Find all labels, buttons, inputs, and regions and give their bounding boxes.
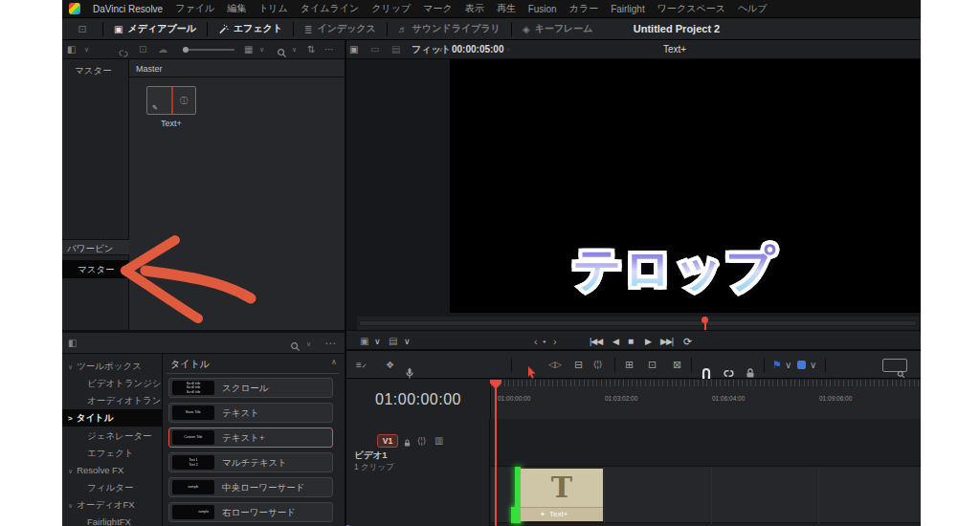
tree-filters[interactable]: フィルター <box>62 479 163 496</box>
position-lock-icon[interactable] <box>745 359 756 372</box>
sound-notes-icon: ♬ <box>398 24 408 34</box>
tree-titles-selected[interactable]: >タイトル <box>62 409 163 427</box>
tab-index[interactable]: ≣ インデックス <box>294 18 387 39</box>
timeline-viewer-icon[interactable]: ▤ <box>391 40 400 59</box>
track-v1-badge[interactable]: V1 <box>377 434 398 448</box>
link-clips-icon[interactable] <box>723 359 735 372</box>
ruler-label: 01:00:00:00 <box>498 395 530 402</box>
grid-view-chevron-icon[interactable]: ∨ <box>259 41 264 58</box>
insert-clip-icon[interactable]: ⊞ <box>625 351 634 379</box>
power-bin-master-item[interactable]: マスター <box>62 260 129 278</box>
menu-file[interactable]: ファイル <box>175 2 214 15</box>
info-icon[interactable]: ⓘ <box>180 96 188 106</box>
thumbnail-size-slider-handle[interactable] <box>183 47 189 53</box>
search-chevron-icon[interactable]: ∨ <box>292 41 297 58</box>
zoom-fit-dropdown[interactable]: フィット <box>412 40 451 59</box>
overwrite-clip-icon[interactable]: ⊡ <box>648 351 657 379</box>
viewer-timecode[interactable]: 00:00:05:00 <box>452 40 503 59</box>
tree-generators[interactable]: ジェネレーター <box>62 427 163 445</box>
title-item-right-lower-third[interactable]: sample 右ローワーサード <box>168 502 333 522</box>
title-item-text[interactable]: Basic Title テキスト <box>168 403 333 423</box>
collapse-icon[interactable]: ∧ <box>331 358 337 366</box>
tab-sound-library[interactable]: ♬ サウンドライブラリ <box>388 18 511 39</box>
marker-chevron-icon[interactable]: ∨ <box>810 351 816 379</box>
tree-effects[interactable]: エフェクト <box>62 445 163 462</box>
timeline-clip-text-plus[interactable]: T ✦ Text+ <box>515 469 603 521</box>
offline-viewer-icon[interactable]: ▭ <box>370 40 379 59</box>
power-bins-header[interactable]: パワービン <box>62 239 129 255</box>
tree-video-transitions[interactable]: ビデオトランジション <box>62 375 163 392</box>
grid-view-icon[interactable]: ▦ <box>244 40 253 59</box>
thumbnail-size-slider[interactable] <box>183 49 234 51</box>
tree-fairlight-fx[interactable]: FairlightFX <box>62 514 163 526</box>
menu-mark[interactable]: マーク <box>423 2 452 15</box>
dynamic-trim-mode-icon[interactable]: ⟨¦⟩ <box>593 351 602 379</box>
menu-playback[interactable]: 再生 <box>497 2 516 15</box>
title-thumb-text-plus: Custom Title <box>172 430 214 445</box>
timeline-view-options-icon[interactable] <box>882 359 907 372</box>
fusion-title-icon: ✎ <box>152 104 158 112</box>
timeline-timecode[interactable]: 01:00:00:00 <box>346 391 490 408</box>
track-filmstrip-icon[interactable]: ▥ <box>434 433 443 449</box>
auto-select-icon[interactable]: ⟨¦⟩ <box>417 433 426 449</box>
project-title: Untitled Project 2 <box>581 18 772 40</box>
stacked-timelines-icon[interactable]: ❖ <box>386 351 394 379</box>
timeline-ruler[interactable]: 01:00:00:00 01:03:02:00 01:06:04:00 01:0… <box>490 380 921 419</box>
snapping-magnet-icon[interactable] <box>701 359 712 372</box>
scrubber-playhead[interactable] <box>704 317 706 330</box>
media-pool-icon: ▣ <box>114 24 122 34</box>
menu-workspace[interactable]: ワークスペース <box>657 2 725 15</box>
voiceover-mic-icon[interactable] <box>404 359 415 372</box>
more-options-icon[interactable]: ⋯ <box>324 40 334 59</box>
effects-search-chevron-icon[interactable]: ∨ <box>306 335 311 354</box>
cloud-sync-icon[interactable]: ☁ <box>158 40 167 59</box>
title-item-center-lower-third[interactable]: sample 中央ローワーサード <box>168 477 333 497</box>
timeline-playhead-line[interactable] <box>495 383 497 526</box>
effects-panel-toggle-icon[interactable]: ◧ <box>68 334 77 353</box>
app-logo-icon[interactable] <box>69 3 80 14</box>
sort-icon[interactable]: ⇅ <box>307 40 315 59</box>
title-item-multi-text[interactable]: Text 1Text 2 マルチテキスト <box>168 452 333 472</box>
video-canvas[interactable]: テロップ テロップ <box>450 59 921 313</box>
menu-fairlight[interactable]: Fairlight <box>611 4 645 14</box>
effects-search-icon[interactable] <box>290 338 301 355</box>
effects-more-icon[interactable]: ⋯ <box>324 334 336 353</box>
tab-effects[interactable]: エフェクト <box>208 18 293 39</box>
menu-app-name[interactable]: DaVinci Resolve <box>93 4 163 14</box>
menu-trim[interactable]: トリム <box>258 2 288 15</box>
menu-color[interactable]: カラー <box>569 2 598 15</box>
menu-view[interactable]: 表示 <box>465 2 484 15</box>
bin-master-item[interactable]: マスター <box>75 65 112 77</box>
video-track-lane[interactable]: T ✦ Text+ <box>491 466 921 523</box>
title-item-text-plus-selected[interactable]: Custom Title テキスト+ <box>168 427 333 448</box>
zoom-fit-chevron-icon[interactable]: ∨ <box>438 41 443 58</box>
clips-area: Master ✎ ⓘ Text+ <box>129 59 345 330</box>
razor-edit-mode-icon[interactable]: ⊟ <box>574 351 583 379</box>
flag-chevron-icon[interactable]: ∨ <box>785 351 791 379</box>
bin-panel-toggle-icon[interactable]: ◧ <box>67 40 76 59</box>
menu-help[interactable]: ヘルプ <box>738 2 768 15</box>
cinema-viewer-icon[interactable]: ⊡ <box>62 23 102 35</box>
timeline-options-icon[interactable]: ≡✓ <box>356 351 368 379</box>
track-lock-icon[interactable] <box>403 434 412 449</box>
tree-audio-transitions[interactable]: オーディオトランジシ... <box>62 392 163 409</box>
viewer-scrubber[interactable] <box>357 317 919 330</box>
trim-edit-mode-icon[interactable]: ◁▷ <box>548 351 562 379</box>
tree-audio-fx[interactable]: ∨オーディオFX <box>62 496 163 514</box>
flag-icon[interactable]: ⚑ <box>772 351 782 379</box>
menu-timeline[interactable]: タイムライン <box>301 2 359 15</box>
title-item-scroll[interactable]: Scroll titleScroll titleScroll title スクロ… <box>168 378 333 398</box>
replace-clip-icon[interactable]: ⊠ <box>673 351 681 379</box>
menu-edit[interactable]: 編集 <box>227 2 246 15</box>
menu-clip[interactable]: クリップ <box>371 2 411 15</box>
usage-icon[interactable]: ⊡ <box>139 40 146 59</box>
selection-mode-cursor-icon[interactable] <box>526 359 538 372</box>
tab-media-pool[interactable]: ▣ メディアプール <box>103 18 207 39</box>
tree-toolbox[interactable]: ∨ツールボックス <box>62 358 163 375</box>
menu-fusion[interactable]: Fusion <box>528 4 557 14</box>
clip-thumbnail-text-plus[interactable]: ✎ ⓘ <box>146 86 196 115</box>
source-viewer-icon[interactable]: ▣ <box>349 40 358 59</box>
marker-icon[interactable] <box>797 361 806 369</box>
bin-panel-chevron-icon[interactable]: ∨ <box>84 41 89 58</box>
tree-resolve-fx[interactable]: ∨Resolve FX <box>62 462 163 479</box>
